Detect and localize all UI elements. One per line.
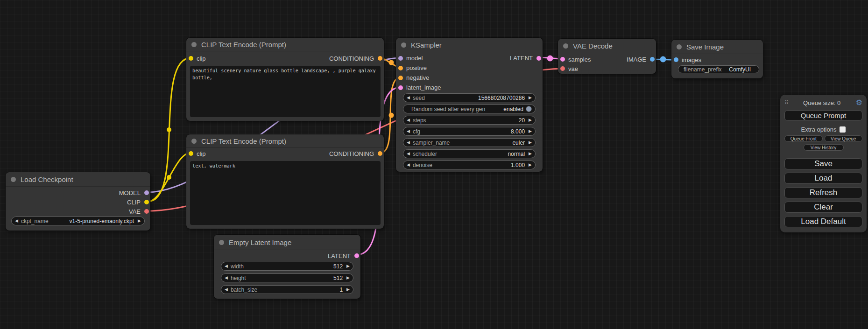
widget-height[interactable]: ◀ height 512 ▶ [221,273,353,282]
node-title-bar[interactable]: Load Checkpoint [6,172,150,187]
port-label-image: IMAGE [627,56,646,63]
node-title-bar[interactable]: KSampler [396,38,543,52]
arrow-right-icon[interactable]: ▶ [529,118,532,122]
output-port-latent[interactable] [536,56,541,61]
collapse-dot-icon[interactable] [191,139,197,144]
input-port-positive[interactable] [398,66,403,70]
arrow-right-icon[interactable]: ▶ [138,219,141,223]
node-title-bar[interactable]: CLIP Text Encode (Prompt) [186,134,384,148]
load-button[interactable]: Load [784,173,862,184]
input-port-images[interactable] [674,57,678,62]
arrow-left-icon[interactable]: ◀ [225,276,228,280]
arrow-left-icon[interactable]: ◀ [407,96,410,100]
collapse-dot-icon[interactable] [11,177,16,182]
widget-seed-control[interactable]: Random seed after every gen enabled [403,105,536,113]
view-queue-button[interactable]: View Queue [825,135,863,142]
node-clip-text-encode-positive[interactable]: CLIP Text Encode (Prompt) clip CONDITION… [186,38,384,121]
arrow-right-icon[interactable]: ▶ [529,152,532,156]
node-title-bar[interactable]: VAE Decode [558,39,656,53]
port-label-clip: clip [197,150,206,157]
arrow-right-icon[interactable]: ▶ [346,264,350,268]
drag-handle-icon[interactable]: ⠿ [784,99,788,106]
node-empty-latent-image[interactable]: Empty Latent Image LATENT ◀ width 512 ▶ … [214,235,360,299]
link-midpoint-dot [389,60,394,65]
node-load-checkpoint[interactable]: Load Checkpoint MODEL CLIP VAE ◀ ckpt_na… [6,172,150,231]
port-label-latent-image: latent_image [406,84,441,91]
port-label-clip: CLIP [127,199,141,206]
widget-batch-size[interactable]: ◀ batch_size 1 ▶ [221,285,353,294]
widget-cfg[interactable]: ◀ cfg 8.000 ▶ [403,127,536,136]
arrow-left-icon[interactable]: ◀ [407,118,410,122]
arrow-right-icon[interactable]: ▶ [346,287,350,292]
widget-seed[interactable]: ◀ seed 156680208700286 ▶ [403,93,536,102]
arrow-left-icon[interactable]: ◀ [407,129,410,133]
prompt-text-area[interactable]: text, watermark [190,161,381,225]
node-clip-text-encode-negative[interactable]: CLIP Text Encode (Prompt) clip CONDITION… [186,134,384,229]
collapse-dot-icon[interactable] [191,42,197,47]
widget-filename-prefix[interactable]: filename_prefix ComfyUI [678,65,759,73]
collapse-dot-icon[interactable] [219,240,224,245]
output-port-latent[interactable] [354,253,359,258]
node-title: VAE Decode [573,42,613,50]
settings-gear-icon[interactable]: ⚙ [856,99,862,106]
widget-ckpt-name[interactable]: ◀ ckpt_name v1-5-pruned-emaonly.ckpt ▶ [11,217,145,225]
input-port-model[interactable] [398,56,403,61]
input-port-clip[interactable] [189,56,193,61]
output-port-image[interactable] [650,57,655,62]
queue-size-label: Queue size: 0 [788,99,856,106]
input-port-negative[interactable] [398,76,403,80]
arrow-right-icon[interactable]: ▶ [529,163,532,167]
arrow-left-icon[interactable]: ◀ [407,152,410,156]
arrow-left-icon[interactable]: ◀ [225,287,228,292]
node-save-image[interactable]: Save Image images filename_prefix ComfyU… [671,40,763,78]
queue-prompt-button[interactable]: Queue Prompt [784,110,862,121]
node-title-bar[interactable]: Empty Latent Image [214,235,360,250]
prompt-text-area[interactable]: beautiful scenery nature glass bottle la… [190,66,381,117]
view-history-button[interactable]: View History [804,144,844,151]
output-port-conditioning[interactable] [378,151,382,156]
port-label-model: MODEL [119,189,141,196]
refresh-button[interactable]: Refresh [784,187,862,198]
link-midpoint-dot [660,56,666,63]
widget-scheduler[interactable]: ◀ scheduler normal ▶ [403,149,536,158]
collapse-dot-icon[interactable] [401,42,406,48]
toggle-enabled-icon[interactable] [526,106,532,112]
save-button[interactable]: Save [784,158,862,169]
port-label-images: images [682,56,701,63]
output-port-model[interactable] [144,190,149,195]
output-port-conditioning[interactable] [378,56,382,61]
node-title: Save Image [686,43,724,51]
input-port-clip[interactable] [189,151,193,156]
arrow-left-icon[interactable]: ◀ [407,140,410,145]
node-title-bar[interactable]: CLIP Text Encode (Prompt) [186,38,384,51]
node-title: KSampler [411,41,442,49]
input-port-latent-image[interactable] [398,85,403,90]
port-label-latent: LATENT [510,55,533,62]
node-ksampler[interactable]: KSampler model LATENT positive negative … [396,38,543,172]
widget-denoise[interactable]: ◀ denoise 1.000 ▶ [403,161,536,169]
arrow-right-icon[interactable]: ▶ [346,276,350,280]
node-title: Load Checkpoint [21,175,73,183]
arrow-left-icon[interactable]: ◀ [225,264,228,268]
widget-steps[interactable]: ◀ steps 20 ▶ [403,116,536,125]
load-default-button[interactable]: Load Default [784,216,862,227]
node-title-bar[interactable]: Save Image [671,40,763,54]
collapse-dot-icon[interactable] [563,43,568,49]
widget-width[interactable]: ◀ width 512 ▶ [221,262,353,271]
input-port-vae[interactable] [560,66,565,71]
arrow-right-icon[interactable]: ▶ [529,140,532,145]
link-midpoint-dot [167,175,171,180]
arrow-left-icon[interactable]: ◀ [15,219,18,223]
node-vae-decode[interactable]: VAE Decode samples IMAGE vae [558,39,656,74]
output-port-vae[interactable] [144,209,149,214]
arrow-left-icon[interactable]: ◀ [407,163,410,167]
extra-options-checkbox[interactable] [840,126,846,133]
queue-front-button[interactable]: Queue Front [784,135,823,142]
output-port-clip[interactable] [144,200,149,204]
collapse-dot-icon[interactable] [677,44,682,49]
clear-button[interactable]: Clear [784,202,862,213]
input-port-samples[interactable] [560,57,565,62]
widget-sampler-name[interactable]: ◀ sampler_name euler ▶ [403,138,536,147]
arrow-right-icon[interactable]: ▶ [529,96,532,100]
arrow-right-icon[interactable]: ▶ [529,129,532,133]
